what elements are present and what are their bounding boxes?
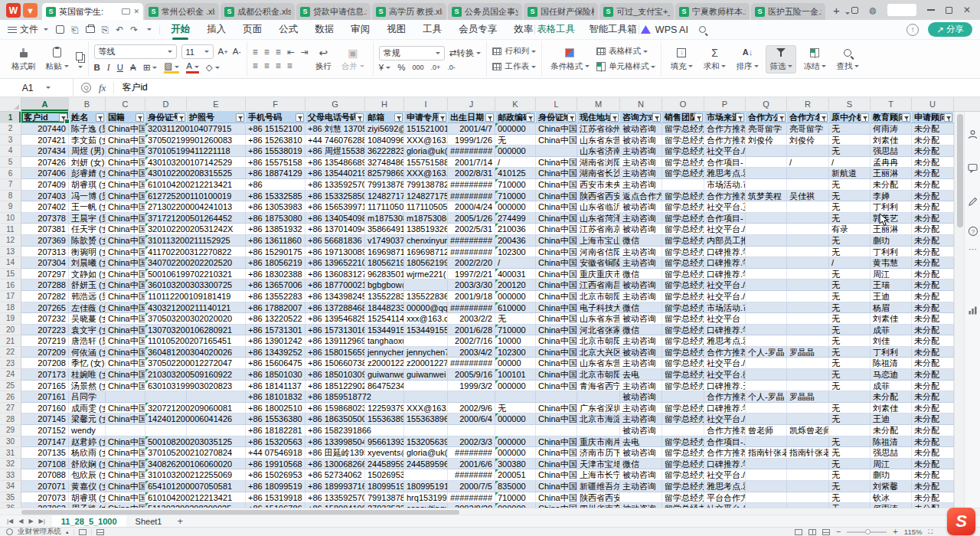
cell[interactable]: 季忆 (女)	[69, 358, 106, 369]
cell[interactable]: 北京市朝阳	[577, 335, 620, 347]
cell[interactable]: /	[495, 157, 536, 168]
cell[interactable]: China中国	[106, 469, 145, 481]
cell[interactable]: 207421	[21, 135, 69, 146]
cell[interactable]: 153205639	[404, 436, 448, 448]
cell[interactable]: 济南市历下	[577, 447, 620, 459]
cell[interactable]	[404, 381, 448, 392]
row-number[interactable]: 24	[0, 369, 21, 381]
cell[interactable]: 未分配	[912, 269, 954, 280]
row-number[interactable]: 27	[0, 403, 21, 414]
cell[interactable]: 广东省深圳	[577, 403, 620, 414]
filter-button[interactable]: 筛选	[766, 45, 796, 74]
cell[interactable]	[404, 279, 448, 291]
row-number[interactable]: 28	[0, 413, 21, 425]
cell[interactable]: 799138782	[404, 179, 448, 191]
cell[interactable]: +86 15320563	[246, 436, 305, 448]
number-format-select[interactable]: 常规	[379, 46, 445, 60]
cell[interactable]: +86 18002510	[246, 403, 305, 414]
cell[interactable]: China中国	[106, 247, 145, 258]
cell[interactable]: +86 1300682663	[305, 459, 365, 470]
cell[interactable]: xxx@163.c	[404, 313, 448, 325]
cell[interactable]: 留学总经办	[662, 145, 704, 157]
cell[interactable]	[746, 235, 787, 247]
cell[interactable]: 799138782	[365, 492, 404, 504]
cell[interactable]: 口碑推荐.学	[704, 403, 746, 414]
cell[interactable]: China中国	[106, 224, 145, 235]
edit-icon[interactable]	[967, 196, 978, 208]
cell[interactable]: 151521001	[404, 123, 448, 135]
file-tab[interactable]: S高学历 教授.xlsx	[372, 3, 446, 20]
cell[interactable]: 胡睿琪 (女	[69, 179, 106, 191]
table-style-button[interactable]: 表格样式	[596, 46, 656, 57]
cell[interactable]: China中国	[106, 381, 145, 392]
cell[interactable]: 无	[829, 492, 871, 504]
cell[interactable]: 207426	[21, 157, 69, 168]
cell[interactable]: China中国	[536, 459, 577, 470]
cell[interactable]	[404, 335, 448, 347]
cell[interactable]: guiwanwei	[404, 369, 448, 381]
cell[interactable]: China中国	[536, 291, 577, 302]
cell[interactable]: 合作项目-	[704, 157, 746, 168]
cell[interactable]	[787, 302, 829, 314]
cell[interactable]	[746, 213, 787, 224]
cell[interactable]: 1999/3/2	[448, 381, 495, 392]
decrease-font-button[interactable]: A-	[233, 47, 241, 57]
cell[interactable]: +86 1573130169	[305, 325, 365, 336]
cell[interactable]: China中国	[536, 481, 577, 492]
cell[interactable]: 上海市宝山	[577, 235, 620, 247]
header-cell[interactable]: 手机号码	[246, 112, 305, 123]
file-tab[interactable]: S常州公积金 .xlsx	[145, 3, 219, 20]
cell[interactable]: 江西省南昌	[577, 279, 620, 291]
cell[interactable]: 李文茹 (女	[69, 135, 106, 146]
cell[interactable]: #########	[448, 247, 495, 258]
cell[interactable]: 北京大兴区	[577, 347, 620, 358]
cell[interactable]: 蒯玏	[871, 235, 912, 247]
cell[interactable]: 包欣辰 (女	[69, 469, 106, 481]
cell[interactable]: 169698712	[404, 247, 448, 258]
cell[interactable]: 370503200302020020	[145, 313, 187, 325]
cell[interactable]: 市场活动.市	[704, 179, 746, 191]
cell[interactable]: 207152	[21, 425, 69, 436]
cell[interactable]: 留学总经办	[662, 381, 704, 392]
cell[interactable]: 马恋迪	[871, 369, 912, 381]
tool-tab-1[interactable]: 智能工具箱	[589, 20, 637, 40]
cell[interactable]: 150269534	[365, 469, 404, 481]
cell[interactable]: 207209	[21, 347, 69, 358]
cell[interactable]: 未分配	[912, 224, 954, 235]
increase-indent-icon[interactable]: ⇥	[301, 47, 309, 57]
cell[interactable]: 刘佳	[871, 335, 912, 347]
cell[interactable]	[404, 425, 448, 436]
cell[interactable]: China中国	[536, 413, 577, 425]
cell[interactable]: 去电	[620, 436, 662, 448]
export-icon[interactable]: ⎗	[71, 25, 79, 34]
cell[interactable]: 雅思考点.雅	[704, 168, 746, 179]
row-number[interactable]: 11	[0, 224, 21, 235]
cell[interactable]: 王丽淋	[871, 168, 912, 179]
cell[interactable]: 271302200004241013	[145, 201, 187, 213]
cell[interactable]: +86 15263810	[246, 135, 305, 146]
cell[interactable]: 成雨雯 (女	[69, 403, 106, 414]
header-cell[interactable]: 申请专用	[404, 112, 448, 123]
conditional-format-button[interactable]: 条件格式	[547, 46, 593, 73]
cell[interactable]: #########	[448, 302, 495, 314]
cell[interactable]: 2003/2/2	[448, 313, 495, 325]
cell[interactable]	[662, 179, 704, 191]
cell[interactable]: +86 17882007	[246, 302, 305, 314]
cell[interactable]	[746, 335, 787, 347]
cell[interactable]: 无	[829, 469, 871, 481]
cell[interactable]: 曾老师	[746, 425, 787, 436]
cell[interactable]: 2001/9/18	[448, 291, 495, 302]
cell[interactable]: +86 15332585	[246, 191, 305, 202]
cell[interactable]: 陕西省西安	[577, 191, 620, 202]
file-menu-button[interactable]: 文件	[8, 23, 48, 36]
cell[interactable]: 32010220020531242X	[145, 224, 187, 235]
cell[interactable]: 指南针张老	[746, 447, 787, 459]
cell[interactable]	[746, 469, 787, 481]
cell[interactable]: m1875308(	[365, 213, 404, 224]
cell[interactable]: 无	[829, 335, 871, 347]
cell[interactable]: 未分配	[912, 135, 954, 146]
cell[interactable]: 留学总经办	[662, 358, 704, 369]
cell[interactable]: 610104200212213421	[145, 179, 187, 191]
cell[interactable]: 罗晶晶	[787, 347, 829, 358]
cell[interactable]: 留学总经办	[662, 213, 704, 224]
